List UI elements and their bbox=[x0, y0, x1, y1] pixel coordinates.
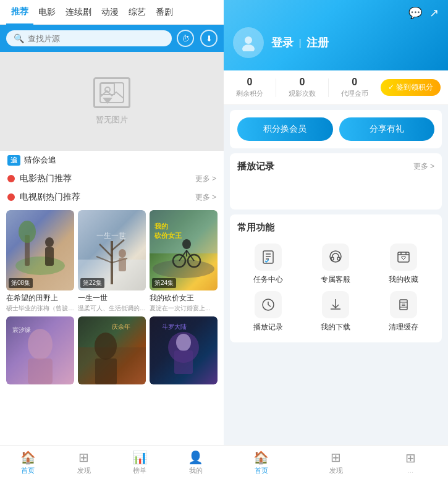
play-history-more[interactable]: 更多 > bbox=[413, 161, 434, 172]
svg-point-40 bbox=[176, 334, 191, 351]
movie-grid: 第08集 在希望的田野上 硕士毕业的张梅（曾骏饰...以调整的业... bbox=[0, 206, 224, 316]
svg-rect-36 bbox=[95, 358, 117, 384]
guess-section: 追 猜你会追 bbox=[0, 151, 224, 169]
exchange-btn[interactable]: 积分换会员 bbox=[237, 117, 333, 141]
nav-movie[interactable]: 电影 bbox=[33, 0, 61, 25]
message-icon[interactable]: 💬 bbox=[408, 6, 422, 20]
function-cache[interactable]: 清理缓存 bbox=[373, 291, 434, 333]
movie-poster-6: 斗罗大陆 bbox=[150, 316, 218, 384]
svg-line-12 bbox=[112, 240, 124, 250]
right-header: 💬 ↗ 登录 | 注册 bbox=[224, 0, 448, 70]
login-text[interactable]: 登录 bbox=[271, 36, 294, 49]
agent-coins-label: 代理金币 bbox=[341, 89, 368, 98]
share-btn[interactable]: 分享有礼 bbox=[339, 117, 435, 141]
svg-point-3 bbox=[15, 256, 65, 275]
right-nav-discover-label: 发现 bbox=[329, 466, 343, 475]
movie-red-dot bbox=[7, 175, 15, 182]
home-icon: 🏠 bbox=[20, 450, 36, 465]
search-actions: ⏱ ⬇ bbox=[177, 30, 218, 47]
svg-rect-45 bbox=[263, 251, 273, 263]
svg-point-30 bbox=[28, 329, 53, 360]
cache-label: 清理缓存 bbox=[389, 322, 418, 333]
cache-icon bbox=[390, 291, 417, 318]
movie-title-2: 一生一世 bbox=[78, 293, 146, 303]
right-nav-home[interactable]: 🏠 首页 bbox=[224, 446, 298, 479]
svg-point-44 bbox=[242, 45, 255, 51]
movie-title-1: 在希望的田野上 bbox=[6, 293, 74, 303]
watch-count-value: 0 bbox=[299, 77, 305, 88]
right-panel: 💬 ↗ 登录 | 注册 0 剩余积分 0 观影次数 bbox=[224, 0, 448, 479]
movie-card-4[interactable]: 宸汐缘 bbox=[6, 316, 74, 384]
right-extra-icon: ⊞ bbox=[405, 451, 416, 465]
svg-rect-16 bbox=[119, 258, 126, 271]
movie-card-6[interactable]: 斗罗大陆 bbox=[150, 316, 218, 384]
action-buttons: 积分换会员 分享有礼 bbox=[230, 110, 442, 148]
svg-point-1 bbox=[105, 87, 110, 92]
nav-recommend[interactable]: 推荐 bbox=[6, 0, 33, 25]
stats-row: 0 剩余积分 0 观影次数 0 代理金币 ✓ 签到领积分 bbox=[224, 70, 448, 105]
functions-grid: 任务中心 专属客服 bbox=[237, 239, 434, 335]
movie-card-1[interactable]: 第08集 在希望的田野上 硕士毕业的张梅（曾骏饰...以调整的业... bbox=[6, 210, 74, 313]
right-header-top: 💬 ↗ bbox=[233, 6, 439, 20]
collect-icon bbox=[390, 244, 417, 271]
function-service[interactable]: 专属客服 bbox=[305, 244, 367, 285]
play-history-title: 播放记录 bbox=[237, 161, 274, 172]
search-input[interactable] bbox=[28, 34, 164, 43]
svg-rect-50 bbox=[331, 257, 334, 260]
sign-button[interactable]: ✓ 签到领积分 bbox=[381, 79, 441, 96]
left-nav-home[interactable]: 🏠 首页 bbox=[0, 446, 56, 479]
guess-text: 猜你会追 bbox=[24, 155, 56, 166]
svg-rect-51 bbox=[337, 257, 340, 260]
svg-point-20 bbox=[153, 260, 214, 278]
svg-point-6 bbox=[45, 237, 54, 247]
left-nav-mine[interactable]: 👤 我的 bbox=[168, 446, 224, 479]
movie-more-link[interactable]: 更多 > bbox=[195, 174, 216, 184]
register-text[interactable]: 注册 bbox=[306, 36, 329, 49]
download-icon bbox=[322, 291, 349, 318]
left-nav-ranking[interactable]: 📊 榜单 bbox=[112, 446, 168, 479]
svg-point-35 bbox=[95, 333, 117, 360]
download-button[interactable]: ⬇ bbox=[200, 30, 218, 47]
tv-section-title: 电视剧热门推荐 bbox=[20, 192, 80, 203]
avatar[interactable] bbox=[233, 27, 264, 58]
task-label: 任务中心 bbox=[253, 274, 283, 285]
function-collect[interactable]: 我的收藏 bbox=[373, 244, 434, 285]
left-nav-discover[interactable]: ⊞ 发现 bbox=[56, 446, 112, 479]
right-bottom-nav: 🏠 首页 ⊞ 发现 ⊞ ... bbox=[224, 445, 448, 479]
left-nav-discover-label: 发现 bbox=[77, 466, 91, 475]
svg-text:宸汐缘: 宸汐缘 bbox=[12, 326, 31, 333]
movie-poster-4: 宸汐缘 bbox=[6, 316, 74, 384]
common-functions-header: 常用功能 bbox=[237, 222, 434, 234]
nav-series[interactable]: 连续剧 bbox=[61, 0, 96, 25]
movie-card-2[interactable]: 一生一世 第22集 一生一世 温柔可人、生活低调的业... bbox=[78, 210, 146, 313]
svg-text:我的: 我的 bbox=[154, 223, 168, 230]
common-functions-card: 常用功能 任务中心 bbox=[230, 214, 442, 342]
right-nav-discover[interactable]: ⊞ 发现 bbox=[298, 446, 373, 479]
svg-point-43 bbox=[245, 36, 252, 44]
svg-point-5 bbox=[19, 221, 36, 243]
discover-icon: ⊞ bbox=[78, 450, 89, 465]
movie-card-3[interactable]: 我的 砍价女王 第24集 我的砍价女王 夏淀在一次订婚宴上... bbox=[150, 210, 218, 313]
nav-anime[interactable]: 动漫 bbox=[96, 0, 124, 25]
function-task[interactable]: 任务中心 bbox=[237, 244, 299, 285]
nav-show[interactable]: 番剧 bbox=[151, 0, 178, 25]
collect-label: 我的收藏 bbox=[389, 274, 418, 285]
function-history[interactable]: 播放记录 bbox=[237, 291, 299, 333]
svg-rect-41 bbox=[174, 350, 193, 374]
share-icon[interactable]: ↗ bbox=[429, 6, 439, 20]
left-bottom-nav: 🏠 首页 ⊞ 发现 📊 榜单 👤 我的 bbox=[0, 445, 224, 479]
left-nav-ranking-label: 榜单 bbox=[133, 466, 146, 475]
episode-badge-2: 第22集 bbox=[80, 278, 104, 288]
movie-card-5[interactable]: 庆余年 bbox=[78, 316, 146, 384]
function-download[interactable]: 我的下载 bbox=[305, 291, 367, 333]
search-input-wrap[interactable]: 🔍 bbox=[6, 30, 172, 46]
timer-button[interactable]: ⏱ bbox=[177, 30, 194, 47]
nav-variety[interactable]: 综艺 bbox=[124, 0, 151, 25]
episode-badge-3: 第24集 bbox=[152, 278, 176, 288]
right-nav-extra[interactable]: ⊞ ... bbox=[373, 446, 448, 479]
stat-watch-count: 0 观影次数 bbox=[276, 77, 328, 98]
left-nav-home-label: 首页 bbox=[21, 466, 35, 475]
tv-more-link[interactable]: 更多 > bbox=[195, 192, 216, 203]
guess-badge: 追 bbox=[7, 155, 20, 166]
svg-text:砍价女王: 砍价女王 bbox=[154, 232, 182, 239]
